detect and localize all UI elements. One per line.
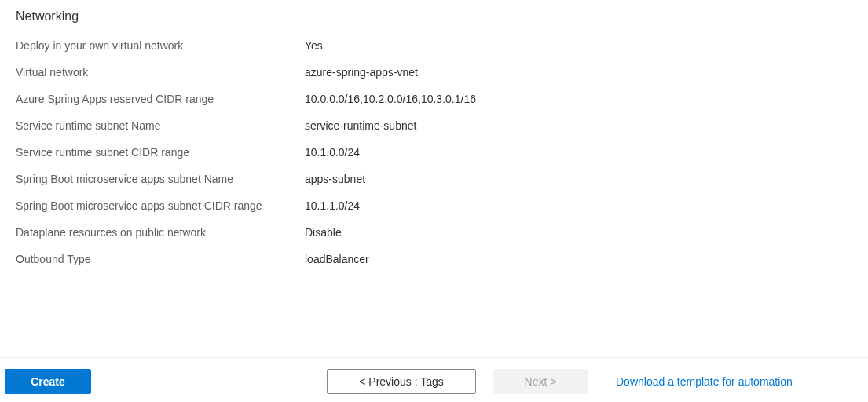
field-label: Deploy in your own virtual network (16, 38, 305, 53)
section-title: Networking (16, 9, 852, 24)
field-runtime-subnet-cidr: Service runtime subnet CIDR range 10.1.0… (16, 144, 852, 160)
field-apps-subnet-cidr: Spring Boot microservice apps subnet CID… (16, 198, 852, 214)
field-deploy-vnet: Deploy in your own virtual network Yes (16, 38, 852, 53)
field-runtime-subnet-name: Service runtime subnet Name service-runt… (16, 118, 852, 133)
field-value: loadBalancer (305, 251, 369, 267)
field-label: Spring Boot microservice apps subnet Nam… (16, 171, 305, 187)
field-label: Outbound Type (16, 251, 305, 267)
field-value: Yes (305, 38, 323, 53)
previous-button[interactable]: < Previous : Tags (327, 369, 476, 394)
wizard-footer: Create < Previous : Tags Next > Download… (0, 357, 868, 402)
field-label: Azure Spring Apps reserved CIDR range (16, 91, 305, 107)
field-label: Service runtime subnet CIDR range (16, 144, 305, 160)
field-value: Disable (305, 225, 342, 240)
field-dataplane: Dataplane resources on public network Di… (16, 225, 852, 240)
field-label: Dataplane resources on public network (16, 225, 305, 240)
field-label: Service runtime subnet Name (16, 118, 305, 133)
field-value: apps-subnet (305, 171, 365, 187)
field-label: Spring Boot microservice apps subnet CID… (16, 198, 305, 214)
field-value: 10.1.1.0/24 (305, 198, 360, 214)
create-button[interactable]: Create (5, 369, 91, 394)
field-virtual-network: Virtual network azure-spring-apps-vnet (16, 64, 852, 80)
next-button: Next > (493, 369, 588, 394)
field-cidr-range: Azure Spring Apps reserved CIDR range 10… (16, 91, 852, 107)
networking-section: Networking Deploy in your own virtual ne… (0, 0, 868, 267)
field-value: service-runtime-subnet (305, 118, 416, 133)
field-outbound-type: Outbound Type loadBalancer (16, 251, 852, 267)
download-template-link[interactable]: Download a template for automation (616, 375, 793, 388)
field-value: azure-spring-apps-vnet (305, 64, 418, 80)
field-value: 10.0.0.0/16,10.2.0.0/16,10.3.0.1/16 (305, 91, 476, 107)
field-apps-subnet-name: Spring Boot microservice apps subnet Nam… (16, 171, 852, 187)
field-label: Virtual network (16, 64, 305, 80)
field-value: 10.1.0.0/24 (305, 144, 360, 160)
